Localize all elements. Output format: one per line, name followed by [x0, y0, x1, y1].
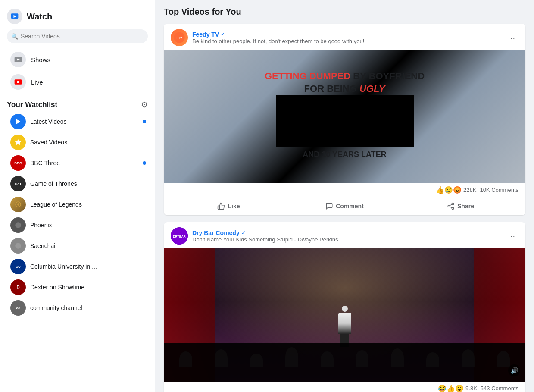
feedy-vid-text-red: GETTING DUMPED	[265, 71, 350, 82]
svg-point-9	[15, 222, 21, 228]
got-label: Game of Thrones	[30, 180, 144, 187]
search-icon: 🔍	[11, 33, 18, 40]
feedy-comment-button[interactable]: Comment	[287, 199, 403, 213]
post-dry-bar: DRYBAR Dry Bar Comedy ✓ Don't Name Your …	[164, 222, 525, 392]
feedy-more-button[interactable]: ···	[504, 31, 518, 44]
feedy-post-description: Be kind to other people. If not, don't e…	[192, 38, 500, 44]
feedy-channel-name: Feedy TV	[192, 31, 219, 38]
audience-area	[164, 343, 525, 382]
bbc-three-dot	[143, 161, 146, 165]
svg-text:FTV: FTV	[176, 36, 182, 39]
drybar-header: DRYBAR Dry Bar Comedy ✓ Don't Name Your …	[164, 222, 525, 248]
feedy-verified-icon: ✓	[221, 31, 225, 38]
feedy-avatar: FTV	[171, 29, 188, 46]
columbia-avatar: CU	[10, 259, 26, 274]
svg-point-15	[452, 207, 454, 210]
feedy-vid-text-top: GETTING DUMPED BY BOYFRIEND FOR BEING UG…	[265, 70, 425, 95]
search-input[interactable]	[7, 29, 148, 43]
drybar-post-description: Don't Name Your Kids Something Stupid - …	[192, 236, 500, 243]
main-content: Top Videos for You FTV Feedy TV ✓ Be kin…	[155, 0, 534, 392]
dexter-avatar: D	[10, 279, 26, 295]
sidebar-item-shows[interactable]: Shows	[3, 48, 151, 71]
feedy-share-button[interactable]: Share	[403, 199, 518, 213]
dexter-label: Dexter on Showtime	[30, 284, 144, 291]
phoenix-avatar	[10, 217, 26, 233]
feedy-share-label: Share	[457, 203, 474, 210]
lol-label: League of Legends	[30, 201, 144, 208]
drybar-comments-count: 543 Comments	[481, 385, 518, 392]
post-feedy-tv: FTV Feedy TV ✓ Be kind to other people. …	[164, 24, 525, 215]
feedy-post-stats: 👍😢😡 228K 10K Comments	[164, 183, 525, 197]
sidebar: Watch 🔍 Shows Live	[0, 0, 155, 392]
watchlist-item-dexter[interactable]: D Dexter on Showtime	[3, 277, 151, 298]
feedy-vid-text-bottom: AND 10 YEARS LATER	[265, 147, 425, 163]
community-avatar: cc	[10, 300, 26, 316]
watchlist-item-community[interactable]: cc community channel	[3, 298, 151, 318]
latest-videos-label: Latest Videos	[30, 118, 144, 125]
sidebar-header: Watch	[0, 5, 155, 29]
watchlist-header: Your Watchlist ⚙	[0, 97, 155, 111]
feedy-video-content: GETTING DUMPED BY BOYFRIEND FOR BEING UG…	[265, 70, 425, 163]
drybar-channel-name: Dry Bar Comedy	[192, 229, 240, 236]
stage-figure	[338, 306, 351, 347]
svg-point-5	[17, 81, 19, 83]
drybar-channel-row: Dry Bar Comedy ✓	[192, 229, 500, 236]
svg-point-13	[452, 203, 454, 205]
saenchai-label: Saenchai	[30, 242, 144, 249]
drybar-reaction-emojis: 😂👍😮	[438, 384, 464, 392]
watchlist-item-phoenix[interactable]: Phoenix	[3, 215, 151, 235]
svg-line-17	[450, 204, 452, 206]
svg-marker-7	[15, 139, 22, 145]
page-watch-title: Watch	[27, 12, 52, 22]
search-bar: 🔍	[7, 29, 148, 43]
feedy-comments-count: 10K Comments	[480, 187, 518, 193]
watchlist-item-saved-videos[interactable]: Saved Videos	[3, 132, 151, 153]
drybar-verified-icon: ✓	[241, 230, 246, 236]
speaker-icon[interactable]: 🔊	[508, 364, 520, 376]
saenchai-avatar	[10, 238, 26, 254]
watchlist-title: Your Watchlist	[7, 100, 57, 109]
watchlist-item-columbia[interactable]: CU Columbia University in ...	[3, 256, 151, 277]
feedy-reaction-count: 228K	[463, 187, 476, 193]
drybar-more-button[interactable]: ···	[504, 230, 518, 242]
drybar-avatar: DRYBAR	[171, 227, 188, 245]
lol-avatar	[10, 197, 26, 212]
columbia-label: Columbia University in ...	[30, 263, 144, 270]
feedy-reaction-emojis: 👍😢😡	[436, 186, 462, 194]
saved-videos-avatar	[10, 135, 26, 150]
drybar-reactions: 😂👍😮 9.8K	[438, 384, 477, 392]
watchlist-item-bbc-three[interactable]: BBC BBC Three	[3, 153, 151, 173]
latest-videos-dot	[143, 120, 146, 123]
watchlist-item-saenchai[interactable]: Saenchai	[3, 235, 151, 256]
svg-marker-6	[16, 119, 21, 125]
drybar-video-thumbnail[interactable]: 🔊	[164, 248, 525, 382]
svg-line-16	[450, 207, 452, 208]
watchlist-item-latest-videos[interactable]: Latest Videos	[3, 111, 151, 132]
phoenix-label: Phoenix	[30, 222, 144, 229]
stage-scene	[164, 248, 525, 382]
live-icon	[10, 74, 26, 90]
feedy-comment-label: Comment	[336, 203, 364, 210]
post-feedy-header: FTV Feedy TV ✓ Be kind to other people. …	[164, 24, 525, 50]
feedy-like-label: Like	[228, 203, 240, 210]
latest-videos-avatar	[10, 114, 26, 129]
bbc-three-label: BBC Three	[30, 160, 144, 166]
feedy-channel-row: Feedy TV ✓	[192, 31, 500, 38]
watchlist-item-league-of-legends[interactable]: League of Legends	[3, 194, 151, 215]
page-title: Top Videos for You	[164, 7, 525, 17]
live-label: Live	[31, 78, 43, 86]
got-avatar: GoT	[10, 176, 26, 191]
watchlist-item-game-of-thrones[interactable]: GoT Game of Thrones	[3, 173, 151, 194]
saved-videos-label: Saved Videos	[30, 139, 144, 146]
feedy-reactions: 👍😢😡 228K	[436, 186, 476, 194]
sidebar-item-live[interactable]: Live	[3, 71, 151, 93]
bbc-three-avatar: BBC	[10, 155, 26, 171]
feedy-like-button[interactable]: Like	[171, 199, 287, 213]
watchlist-settings-icon[interactable]: ⚙	[141, 100, 148, 110]
feedy-vid-text-ugly: UGLY	[359, 83, 385, 94]
feedy-meta: Feedy TV ✓ Be kind to other people. If n…	[192, 31, 500, 44]
feedy-post-actions: Like Comment Share	[164, 197, 525, 215]
feedy-video-thumbnail[interactable]: GETTING DUMPED BY BOYFRIEND FOR BEING UG…	[164, 50, 525, 183]
feedy-vid-black-bar	[276, 95, 414, 147]
svg-point-10	[15, 243, 21, 249]
